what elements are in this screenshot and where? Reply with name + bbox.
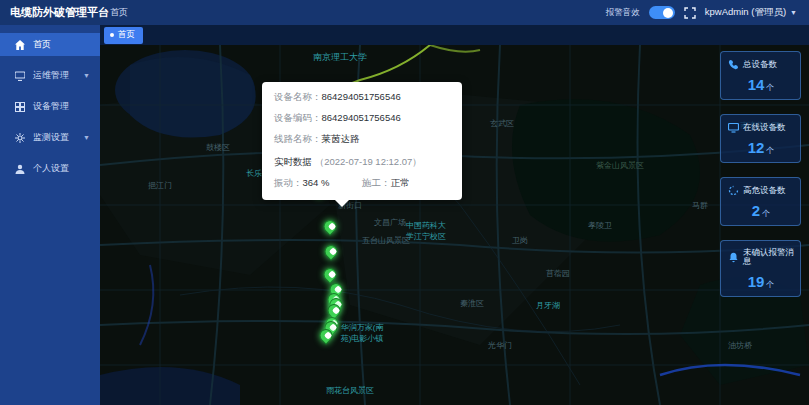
realtime-timestamp: （2022-07-19 12:12.07） <box>315 156 422 167</box>
map-place-label: 光华门 <box>488 340 512 351</box>
marker-device-icon <box>327 222 335 230</box>
map-place-label: 油坊桥 <box>728 340 752 351</box>
sidebar-item-label: 监测设置 <box>33 131 69 144</box>
map-place-label: 华润万家(南 苑)电影小镇 <box>341 322 384 344</box>
stat-card-unit: 个 <box>762 209 770 218</box>
device-icon <box>14 101 25 112</box>
marker-device-icon <box>327 270 335 278</box>
map-marker-green[interactable] <box>321 217 339 235</box>
map-place-label: 马群 <box>692 200 708 211</box>
map-place-label: 雨花台风景区 <box>326 385 374 396</box>
metric-value: 正常 <box>391 177 410 188</box>
map-place-label: 五台山风景区 <box>362 235 410 246</box>
map-place-label: 玄武区 <box>490 118 514 129</box>
stat-card-unit: 个 <box>766 146 774 155</box>
marker-device-icon <box>331 306 339 314</box>
tab-active-dot-icon <box>110 33 114 37</box>
metric-label: 施工： <box>362 177 391 188</box>
sidebar-item-home[interactable]: 首页 <box>0 33 100 56</box>
map-marker-green[interactable] <box>321 265 339 283</box>
sidebar: 首页 运维管理 ▼ 设备管理 监测设置 ▼ 个人设置 <box>0 25 100 405</box>
monitor-icon <box>728 122 739 133</box>
map-place-label: 紫金山风景区 <box>596 160 644 171</box>
tab-home[interactable]: 首页 <box>104 27 143 44</box>
user-menu[interactable]: kpwAdmin (管理员) ▼ <box>705 6 797 19</box>
field-label: 设备编码： <box>274 112 322 123</box>
stat-card-unconfirmed-alarms: 未确认报警消息 19个 <box>720 240 801 297</box>
toggle-knob <box>663 8 673 18</box>
user-icon <box>14 163 25 174</box>
bell-icon <box>728 252 739 263</box>
chevron-down-icon: ▼ <box>790 9 797 16</box>
popup-field: 设备编码：864294051756546 <box>274 112 450 125</box>
chevron-down-icon: ▼ <box>83 72 90 79</box>
field-label: 线路名称： <box>274 133 322 144</box>
sidebar-item-label: 个人设置 <box>33 162 69 175</box>
sidebar-item-label: 运维管理 <box>33 69 69 82</box>
metric-label: 振动： <box>274 177 303 188</box>
field-value: 864294051756546 <box>322 112 401 123</box>
app-header: 电缆防外破管理平台 首页 报警音效 kpwAdmin (管理员) ▼ <box>0 0 809 25</box>
metrics-row: 振动：364 % 施工：正常 <box>274 177 450 190</box>
stat-card-value: 14 <box>748 76 765 93</box>
metric-value: 364 % <box>303 177 330 188</box>
tab-label: 首页 <box>118 29 135 41</box>
sidebar-item-personal-settings[interactable]: 个人设置 <box>0 157 100 180</box>
marker-device-icon <box>323 331 331 339</box>
field-value: 莱茵达路 <box>322 133 360 144</box>
sidebar-item-label: 设备管理 <box>33 100 69 113</box>
field-label: 设备名称： <box>274 91 322 102</box>
map-place-label: 秦淮区 <box>460 298 484 309</box>
map-place-label: 挹江门 <box>148 180 172 191</box>
tab-strip: 首页 <box>100 25 809 45</box>
stat-card-online-devices: 在线设备数 12个 <box>720 114 801 163</box>
map-place-label: 月牙湖 <box>536 300 560 311</box>
map-place-label: 鼓楼区 <box>206 142 230 153</box>
metric-construction: 施工：正常 <box>362 177 450 190</box>
realtime-row: 实时数据 （2022-07-19 12:12.07） <box>274 156 450 169</box>
popup-field: 线路名称：莱茵达路 <box>274 133 450 146</box>
map-place-label: 中国药科大 学江宁校区 <box>406 220 446 242</box>
user-label: kpwAdmin (管理员) <box>705 6 786 19</box>
phone-device-icon <box>728 59 739 70</box>
map-canvas[interactable]: 南京理工大学长乐路街区南京医科大 学江宁校区中国药科大 学江宁校区文昌广场五台山… <box>100 45 809 405</box>
field-value: 864294051756546 <box>322 91 401 102</box>
device-info-popup: 设备名称：864294051756546 设备编码：86429405175654… <box>262 82 462 200</box>
breadcrumb: 首页 <box>110 6 128 19</box>
fullscreen-icon[interactable] <box>684 7 696 19</box>
marker-device-icon <box>328 247 336 255</box>
gear-icon <box>14 132 25 143</box>
stat-card-unit: 个 <box>766 83 774 92</box>
chevron-down-icon: ▼ <box>83 134 90 141</box>
stat-card-total-devices: 总设备数 14个 <box>720 51 801 100</box>
map-place-label: 苜蓿园 <box>546 268 570 279</box>
stat-card-value: 19 <box>748 273 765 290</box>
header-controls: 报警音效 kpwAdmin (管理员) ▼ <box>606 6 809 19</box>
alarm-sound-label: 报警音效 <box>606 7 640 19</box>
risk-circle-icon <box>728 185 739 196</box>
stat-card-high-risk-devices: 高危设备数 2个 <box>720 177 801 226</box>
map-place-label: 卫岗 <box>512 235 528 246</box>
map-place-label: 南京理工大学 <box>313 51 367 64</box>
stat-card-title: 在线设备数 <box>743 123 786 132</box>
alarm-sound-toggle[interactable] <box>649 6 675 19</box>
stat-cards: 总设备数 14个 在线设备数 12个 高危设备数 2个 <box>720 51 801 297</box>
map-place-label: 孝陵卫 <box>588 220 612 231</box>
stat-card-title: 总设备数 <box>743 60 777 69</box>
map-marker-green[interactable] <box>322 242 340 260</box>
metric-vibration: 振动：364 % <box>274 177 362 190</box>
map-place-label: 文昌广场 <box>374 217 406 228</box>
sidebar-item-monitor-settings[interactable]: 监测设置 ▼ <box>0 126 100 149</box>
app-title: 电缆防外破管理平台 <box>0 5 100 20</box>
realtime-label: 实时数据 <box>274 156 312 167</box>
stat-card-value: 12 <box>748 139 765 156</box>
popup-field: 设备名称：864294051756546 <box>274 91 450 104</box>
sidebar-item-ops[interactable]: 运维管理 ▼ <box>0 64 100 87</box>
stat-card-title: 高危设备数 <box>743 186 786 195</box>
stat-card-value: 2 <box>752 202 760 219</box>
home-icon <box>14 39 25 50</box>
sidebar-item-devices[interactable]: 设备管理 <box>0 95 100 118</box>
sidebar-item-label: 首页 <box>33 38 51 51</box>
ops-icon <box>14 70 25 81</box>
stat-card-unit: 个 <box>766 280 774 289</box>
